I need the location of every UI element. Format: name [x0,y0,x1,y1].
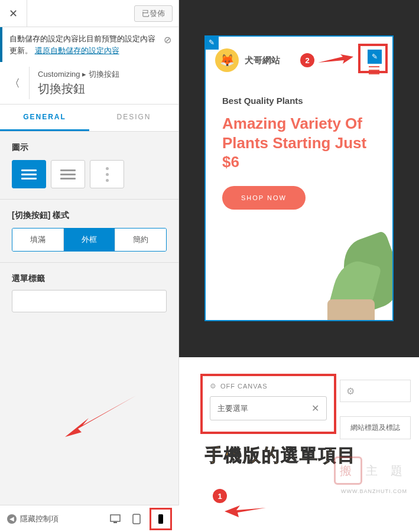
arrow-icon [65,396,136,437]
menu-label-input[interactable] [12,290,167,312]
site-logo: 🦊 [215,48,239,72]
preview-area: ✎ 🦊 犬哥網站 2 ✎ Best Quality Plants Amazing… [179,0,419,357]
menu-item[interactable]: 主要選單 ✕ [210,396,327,420]
settings-box[interactable]: ⚙ [340,380,411,402]
restore-link[interactable]: 還原自動儲存的設定內容 [35,46,119,55]
menu-label-section: 選單標籤 [0,262,178,323]
publish-button[interactable]: 已發佈 [134,5,173,22]
menu-label-title: 選單標籤 [12,273,167,284]
icon-section: 圖示 [0,132,178,199]
callout-number-1: 1 [213,489,227,503]
style-section: [切換按鈕] 樣式 填滿 外框 簡約 [0,199,178,262]
shop-now-button[interactable]: SHOP NOW [222,186,306,210]
tabs: GENERAL DESIGN [0,105,178,132]
tab-general[interactable]: GENERAL [0,105,89,131]
device-desktop-icon[interactable] [107,511,124,527]
off-canvas-section: ⚙ OFF CANVAS 主要選單 ✕ [200,374,336,434]
bottom-panel: ⚙ OFF CANVAS 主要選單 ✕ ⚙ 網站標題及標誌 手機版的選單項目 搬… [179,357,419,532]
device-mobile-icon[interactable] [152,511,169,527]
phone-preview: ✎ 🦊 犬哥網站 2 ✎ Best Quality Plants Amazing… [204,35,394,321]
collapse-button[interactable]: ◀ 隱藏控制項 [7,514,59,524]
gear-icon: ⚙ [346,386,355,397]
svg-rect-0 [111,515,120,521]
callout-number-2: 2 [300,53,314,67]
breadcrumb-path: Customizing ▸ 切換按鈕 [38,69,119,80]
hamburger-icon [21,169,37,179]
autosave-notice: 自動儲存的設定內容比目前預覽的設定內容更新。 還原自動儲存的設定內容 ⊘ [0,27,178,62]
menu-item-label: 主要選單 [217,403,248,414]
edit-toggle-icon[interactable]: ✎ [368,50,382,64]
breadcrumb-row: 〈 Customizing ▸ 切換按鈕 切換按鈕 [0,62,178,105]
dots-icon [106,167,109,182]
title-logo-box[interactable]: 網站標題及標誌 [340,416,411,439]
breadcrumb-title: 切換按鈕 [38,81,119,97]
collapse-label: 隱藏控制項 [20,514,59,524]
hero-subtitle: Best Quality Plants [222,96,376,106]
tab-design[interactable]: DESIGN [89,105,178,131]
style-label: [切換按鈕] 樣式 [12,210,167,221]
toggle-hamburger-icon[interactable] [369,66,379,74]
icon-option-hamburger-bold[interactable] [12,160,46,188]
customizer-sidebar: ✕ 已發佈 自動儲存的設定內容比目前預覽的設定內容更新。 還原自動儲存的設定內容… [0,0,179,532]
plant-image [310,226,392,320]
style-minimal[interactable]: 簡約 [115,229,166,251]
hero-title: Amazing Variety Of Plants Starting Just … [222,114,376,172]
svg-rect-3 [158,514,163,524]
top-bar: ✕ 已發佈 [0,0,178,27]
style-outline[interactable]: 外框 [64,229,115,251]
watermark-url: WWW.BANZHUTI.COM [341,488,407,494]
phone-header: 🦊 犬哥網站 2 ✎ [206,37,392,84]
arrow-icon [318,54,353,66]
back-button[interactable]: 〈 [0,67,30,99]
svg-rect-1 [113,522,117,523]
watermark: 搬主 題 [334,456,407,485]
device-tablet-icon[interactable] [128,511,145,527]
off-canvas-label: OFF CANVAS [220,383,267,390]
phone-content: Best Quality Plants Amazing Variety Of P… [206,84,392,221]
arrow-icon [225,503,266,517]
bottom-bar: ◀ 隱藏控制項 [0,505,179,532]
collapse-icon: ◀ [7,514,17,524]
remove-icon[interactable]: ✕ [311,403,319,414]
icon-option-hamburger-thin[interactable] [51,160,85,188]
gear-icon[interactable]: ⚙ [210,382,217,390]
style-fill[interactable]: 填滿 [12,229,64,251]
icon-option-dots[interactable] [90,160,124,188]
close-button[interactable]: ✕ [0,0,27,27]
site-title: 犬哥網站 [245,54,280,66]
svg-rect-2 [133,514,140,524]
hamburger-icon [60,169,76,179]
icon-label: 圖示 [12,142,167,153]
notice-close-icon[interactable]: ⊘ [164,33,171,47]
